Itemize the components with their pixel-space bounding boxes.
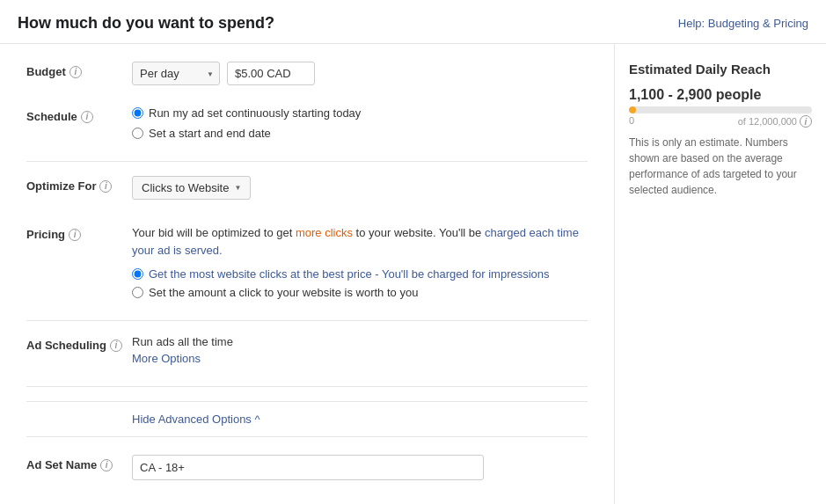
main-content: Budget i Per day Per week Per lifetime (0, 44, 826, 504)
pricing-desc-part1: Your bid will be optimized to get (132, 226, 296, 239)
pricing-row: Pricing i Your bid will be optimized to … (26, 221, 588, 310)
schedule-radio-group: Run my ad set continuously starting toda… (132, 106, 588, 140)
schedule-option-dates[interactable]: Set a start and end date (132, 127, 588, 140)
pricing-radio-custom[interactable] (132, 287, 143, 298)
schedule-option-label-1: Set a start and end date (149, 127, 271, 140)
left-panel: Budget i Per day Per week Per lifetime (0, 44, 615, 504)
budget-period-wrapper: Per day Per week Per lifetime (132, 62, 220, 85)
ad-set-name-input[interactable] (132, 455, 484, 480)
schedule-options: Run my ad set continuously starting toda… (132, 106, 588, 140)
optimize-row: Optimize For i Clicks to Website ▼ (26, 176, 588, 210)
pricing-content: Your bid will be optimized to get more c… (132, 224, 588, 299)
reach-bar-track (629, 106, 812, 113)
schedule-radio-dates[interactable] (132, 128, 143, 139)
ad-set-name-info-icon[interactable]: i (100, 459, 113, 471)
ad-scheduling-label: Ad Scheduling i (26, 335, 132, 352)
reach-bar-min: 0 (629, 115, 634, 128)
pricing-desc-part2: to your website. You'll be (353, 226, 485, 239)
schedule-radio-continuous[interactable] (132, 107, 143, 119)
budget-info-icon[interactable]: i (69, 66, 82, 78)
pricing-description: Your bid will be optimized to get more c… (132, 224, 588, 259)
budget-amount-input[interactable] (227, 62, 315, 85)
budget-row: Budget i Per day Per week Per lifetime (26, 62, 588, 96)
pricing-option-custom[interactable]: Set the amount a click to your website i… (132, 286, 588, 299)
budget-controls: Per day Per week Per lifetime (132, 62, 588, 85)
optimize-selected-value: Clicks to Website (142, 181, 229, 194)
pricing-options: Get the most website clicks at the best … (132, 267, 588, 299)
pricing-label: Pricing i (26, 224, 132, 241)
optimize-content: Clicks to Website ▼ (132, 176, 588, 200)
reach-range-value: 1,100 - 2,900 people (629, 87, 812, 103)
schedule-option-continuous[interactable]: Run my ad set continuously starting toda… (132, 106, 588, 120)
section-divider-3 (26, 386, 588, 387)
ad-scheduling-info-icon[interactable]: i (110, 340, 122, 352)
optimize-dropdown-button[interactable]: Clicks to Website ▼ (132, 176, 251, 200)
schedule-info-icon[interactable]: i (81, 111, 93, 123)
reach-bar-max: of 12,000,000 (738, 116, 797, 127)
ad-set-name-row: Ad Set Name i (26, 437, 588, 498)
pricing-option-label-1: Set the amount a click to your website i… (149, 286, 418, 299)
section-divider-1 (26, 161, 588, 162)
page-container: How much do you want to spend? Help: Bud… (0, 0, 826, 504)
schedule-option-label-0: Run my ad set continuously starting toda… (149, 106, 361, 120)
estimated-reach-title: Estimated Daily Reach (629, 62, 812, 77)
reach-bar-max-label: of 12,000,000 i (738, 115, 812, 128)
budget-label: Budget i (26, 62, 132, 78)
schedule-label: Schedule i (26, 106, 132, 123)
reach-bar-fill (629, 106, 636, 113)
pricing-option-label-0: Get the most website clicks at the best … (149, 267, 550, 281)
pricing-info-icon[interactable]: i (69, 229, 81, 241)
ad-set-name-content (132, 455, 588, 480)
schedule-row: Schedule i Run my ad set continuously st… (26, 106, 588, 150)
section-divider-2 (26, 320, 588, 321)
page-title: How much do you want to spend? (18, 14, 274, 33)
ad-scheduling-value: Run ads all the time (132, 335, 588, 348)
budget-period-select[interactable]: Per day Per week Per lifetime (132, 62, 220, 85)
help-budgeting-link[interactable]: Help: Budgeting & Pricing (678, 17, 808, 30)
page-header: How much do you want to spend? Help: Bud… (0, 0, 826, 44)
ad-scheduling-row: Ad Scheduling i Run ads all the time Mor… (26, 335, 588, 376)
pricing-radio-best-price[interactable] (132, 268, 143, 280)
ad-scheduling-more-options-link[interactable]: More Options (132, 352, 588, 365)
optimize-info-icon[interactable]: i (99, 180, 112, 193)
reach-bar-container: 0 of 12,000,000 i (629, 106, 812, 128)
ad-set-name-label: Ad Set Name i (26, 455, 132, 471)
reach-bar-labels: 0 of 12,000,000 i (629, 115, 812, 128)
pricing-desc-highlight1: more clicks (296, 226, 353, 239)
reach-info-icon[interactable]: i (800, 115, 812, 128)
hide-advanced-options-link[interactable]: Hide Advanced Options ^ (132, 413, 260, 426)
pricing-option-best-price[interactable]: Get the most website clicks at the best … (132, 267, 588, 281)
optimize-dropdown-arrow: ▼ (234, 184, 241, 192)
right-panel: Estimated Daily Reach 1,100 - 2,900 peop… (615, 44, 826, 504)
reach-description: This is only an estimate. Numbers shown … (629, 135, 812, 198)
advanced-section: Hide Advanced Options ^ (26, 401, 588, 437)
optimize-label: Optimize For i (26, 176, 132, 193)
ad-scheduling-content: Run ads all the time More Options (132, 335, 588, 365)
